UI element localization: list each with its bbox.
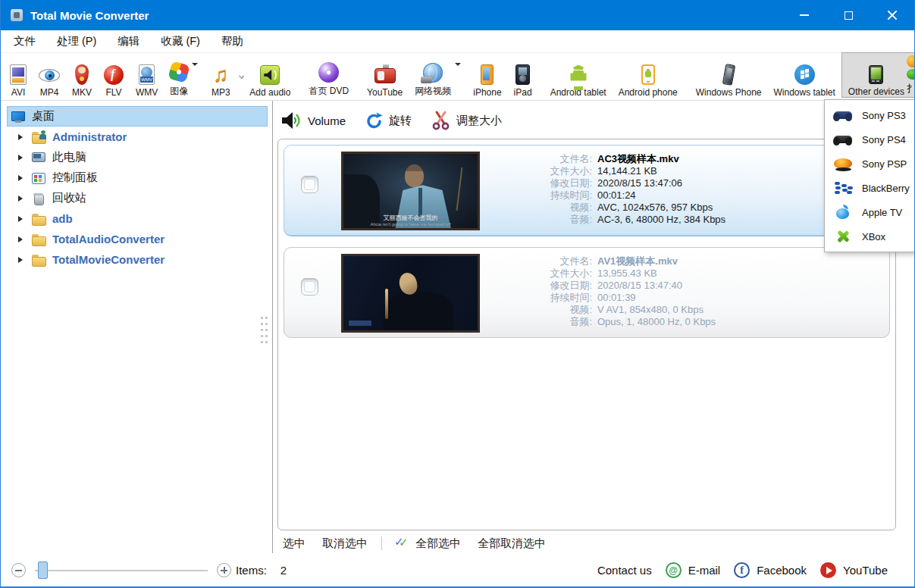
file-name: AV1视频样本.mkv xyxy=(597,255,678,267)
youtube-link[interactable]: YouTube xyxy=(843,564,888,577)
zoom-in-icon[interactable] xyxy=(217,563,231,577)
menu-bar: 文件 处理 (P) 编辑 收藏 (F) 帮助 xyxy=(1,30,914,53)
expander-icon[interactable] xyxy=(18,134,26,140)
mp3-notes-icon xyxy=(210,64,231,85)
desktop-icon xyxy=(11,110,26,124)
expander-icon[interactable] xyxy=(18,155,26,161)
sidebar-item-control-panel[interactable]: 控制面板 xyxy=(7,167,268,188)
menu-item-sony-ps3[interactable]: Sony PS3 xyxy=(825,103,914,127)
file-checkbox[interactable] xyxy=(301,278,318,296)
file-video-info: V AV1, 854x480, 0 Kbps xyxy=(597,304,703,316)
format-toolbar: AVI MP4 MKV FLV WMV 图像 MP3 Add audio 首页 … xyxy=(1,53,914,101)
rotate-button[interactable]: 旋转 xyxy=(365,112,412,130)
select-all-link[interactable]: 全部选中 xyxy=(415,536,461,551)
toolbar-youtube-button[interactable]: YouTube xyxy=(361,54,409,98)
sidebar-item-adb[interactable]: adb xyxy=(7,208,268,229)
xbox-icon xyxy=(833,229,853,244)
contact-us-link[interactable]: Contact us xyxy=(597,564,652,577)
toolbar-windows-tablet-button[interactable]: Windows tablet xyxy=(767,54,841,98)
sidebar-item-this-pc[interactable]: 此电脑 xyxy=(7,147,268,167)
file-row-av1[interactable]: 文件名:AV1视频样本.mkv 文件大小:13,955.43 KB 修改日期:2… xyxy=(284,247,890,338)
toolbar-mp4-button[interactable]: MP4 xyxy=(33,54,66,98)
menu-file[interactable]: 文件 xyxy=(14,34,36,48)
chevron-down-icon xyxy=(455,63,461,69)
toolbar-android-tablet-button[interactable]: Android tablet xyxy=(544,54,613,98)
toolbar-flv-button[interactable]: FLV xyxy=(98,54,130,98)
toolbar-dvd-button[interactable]: 首页 DVD xyxy=(302,54,355,98)
menu-favorites[interactable]: 收藏 (F) xyxy=(161,34,200,48)
toolbar-iphone-button[interactable]: iPhone xyxy=(467,54,507,98)
folder-icon xyxy=(31,253,46,267)
minimize-button[interactable] xyxy=(782,0,826,30)
zoom-slider-handle[interactable] xyxy=(38,561,48,579)
expander-icon[interactable] xyxy=(18,216,26,222)
sidebar-item-totalmovieconverter[interactable]: TotalMovieConverter xyxy=(7,249,268,270)
file-name: AC3视频样本.mkv xyxy=(597,153,679,165)
resize-button[interactable]: 调整大小 xyxy=(431,111,502,130)
toolbar-avi-button[interactable]: AVI xyxy=(4,54,33,98)
title-bar[interactable]: Total Movie Converter xyxy=(1,0,914,30)
facebook-icon[interactable]: f xyxy=(734,562,750,578)
file-audio-info: Opus, 1, 48000 Hz, 0 Kbps xyxy=(597,316,716,328)
scissors-icon xyxy=(431,111,450,130)
file-audio-info: AC-3, 6, 48000 Hz, 384 Kbps xyxy=(597,214,725,226)
video-thumbnail[interactable]: 艾丽西娅不会害我的 Alicia isn't going to have me … xyxy=(341,152,480,230)
file-row-ac3[interactable]: 艾丽西娅不会害我的 Alicia isn't going to have me … xyxy=(284,145,890,236)
toolbar-ipad-button[interactable]: iPad xyxy=(508,54,538,98)
file-date: 2020/8/15 13:47:40 xyxy=(597,280,682,292)
thumbnail-zoom-control xyxy=(11,554,231,586)
toolbar-image-button[interactable]: 图像 xyxy=(164,54,198,98)
volume-button[interactable]: Volume xyxy=(281,111,346,130)
expander-icon[interactable] xyxy=(18,236,26,242)
toolbar-windows-phone-button[interactable]: Windows Phone xyxy=(690,54,768,98)
folder-tree-sidebar: 桌面 Administrator 此电脑 控制面板 回收站 xyxy=(1,101,272,553)
close-button[interactable] xyxy=(870,0,914,30)
sidebar-item-desktop[interactable]: 桌面 xyxy=(7,106,268,127)
file-video-info: AVC, 1024x576, 957 Kbps xyxy=(597,202,713,214)
toolbar-mp3-button[interactable]: MP3 xyxy=(204,54,243,98)
youtube-icon[interactable] xyxy=(820,562,836,578)
email-icon[interactable]: @ xyxy=(666,562,682,578)
menu-process[interactable]: 处理 (P) xyxy=(57,34,96,48)
toolbar-android-phone-button[interactable]: Android phone xyxy=(613,54,684,98)
file-checkbox[interactable] xyxy=(301,176,318,193)
expander-icon[interactable] xyxy=(18,175,26,181)
windows-phone-icon xyxy=(722,64,735,86)
control-panel-icon xyxy=(31,171,46,185)
clipped-green-icon xyxy=(907,69,915,80)
sidebar-splitter[interactable] xyxy=(272,101,273,553)
menu-item-blackberry[interactable]: BlackBerry xyxy=(825,176,914,200)
menu-help[interactable]: 帮助 xyxy=(221,34,243,48)
menu-item-xbox[interactable]: XBox xyxy=(825,224,914,249)
zoom-out-icon[interactable] xyxy=(11,563,26,577)
file-size: 14,144.21 KB xyxy=(597,165,657,177)
toolbar-clipped-button[interactable]: 扌 xyxy=(901,53,915,100)
menu-edit[interactable]: 编辑 xyxy=(118,34,139,48)
menu-item-sony-psp[interactable]: Sony PSP xyxy=(825,152,914,176)
social-links: Contact us @ E-mail f Facebook YouTube xyxy=(597,562,895,578)
sidebar-item-recycle-bin[interactable]: 回收站 xyxy=(7,188,268,208)
deselect-link[interactable]: 取消选中 xyxy=(322,536,368,551)
mp4-eye-icon xyxy=(39,69,60,82)
expander-icon[interactable] xyxy=(18,195,26,202)
sidebar-item-administrator[interactable]: Administrator xyxy=(7,127,268,147)
toolbar-mkv-button[interactable]: MKV xyxy=(66,54,98,98)
video-thumbnail[interactable] xyxy=(341,254,480,333)
maximize-icon xyxy=(844,11,853,20)
email-link[interactable]: E-mail xyxy=(688,564,721,577)
maximize-button[interactable] xyxy=(826,0,870,30)
deselect-all-link[interactable]: 全部取消选中 xyxy=(478,536,546,551)
expander-icon[interactable] xyxy=(18,257,26,263)
select-link[interactable]: 选中 xyxy=(283,536,306,551)
toolbar-add-audio-button[interactable]: Add audio xyxy=(243,54,296,98)
splitter-grip-icon[interactable] xyxy=(261,317,263,319)
toolbar-web-video-button[interactable]: 网络视频 xyxy=(409,54,461,98)
zoom-slider[interactable] xyxy=(35,570,208,571)
menu-item-apple-tv[interactable]: Apple TV xyxy=(825,200,914,224)
facebook-link[interactable]: Facebook xyxy=(757,564,807,577)
toolbar-wmv-button[interactable]: WMV xyxy=(130,54,164,98)
sidebar-item-totalaudioconverter[interactable]: TotalAudioConverter xyxy=(7,229,268,249)
menu-item-sony-ps4[interactable]: Sony PS4 xyxy=(825,127,914,152)
avi-file-icon xyxy=(10,64,27,85)
volume-speaker-icon xyxy=(281,111,302,130)
